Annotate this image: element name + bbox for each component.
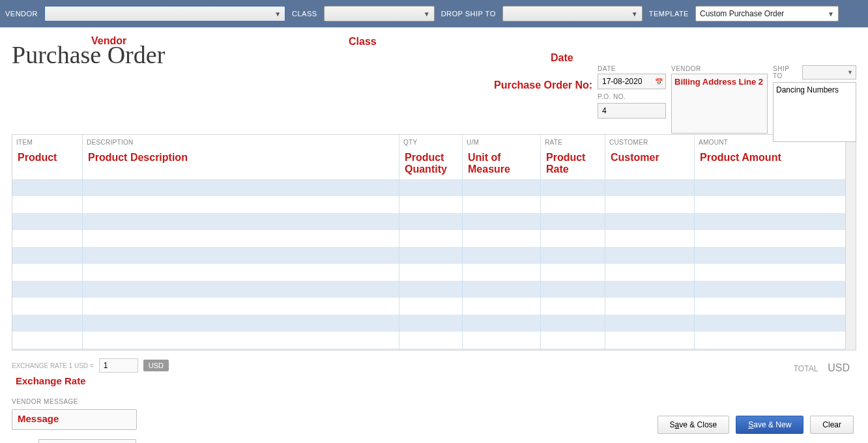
annotation-amount: Product Amount	[695, 149, 845, 179]
annotation-qty: Product Quantity	[399, 149, 463, 179]
vendor-dropdown[interactable]: ▼	[44, 6, 285, 21]
table-body[interactable]	[12, 179, 845, 350]
line-items-table: ITEM DESCRIPTION QTY U/M RATE CUSTOMER A…	[12, 134, 856, 350]
table-row[interactable]	[12, 179, 845, 196]
table-header-row: ITEM DESCRIPTION QTY U/M RATE CUSTOMER A…	[12, 135, 856, 149]
class-dropdown[interactable]: ▼	[324, 6, 435, 21]
date-field[interactable]: 17-08-2020 📅	[598, 74, 666, 89]
annotation-customer: Customer	[605, 149, 695, 179]
table-row[interactable]	[12, 196, 845, 213]
annotation-exchange-rate: Exchange Rate	[16, 375, 856, 386]
top-filter-bar: VENDOR ▼ CLASS ▼ DROP SHIP TO ▼ TEMPLATE…	[0, 0, 868, 27]
annotation-message: Message	[18, 413, 59, 424]
table-row[interactable]	[12, 281, 845, 298]
class-label: CLASS	[292, 10, 317, 18]
annotation-billing: Billing Address Line 2	[674, 77, 763, 87]
scroll-up-button[interactable]	[845, 149, 856, 179]
total-label: TOTAL USD	[794, 362, 850, 374]
po-field-label: P.O. NO.	[598, 93, 666, 100]
table-row[interactable]	[12, 264, 845, 281]
col-rate[interactable]: RATE	[541, 135, 605, 149]
annotation-um: Unit of Measure	[463, 149, 541, 179]
col-um[interactable]: U/M	[463, 135, 541, 149]
shipto-address-box[interactable]: Dancing Numbers	[773, 82, 856, 142]
table-row[interactable]	[12, 247, 845, 264]
annotation-rate: Product Rate	[541, 149, 605, 179]
save-new-button[interactable]: Save & New	[736, 416, 803, 434]
col-qty[interactable]: QTY	[399, 135, 463, 149]
template-label: TEMPLATE	[649, 10, 689, 18]
currency-badge: USD	[143, 360, 169, 371]
table-row[interactable]	[12, 213, 845, 230]
exchange-rate-input[interactable]	[99, 358, 138, 373]
col-description[interactable]: DESCRIPTION	[83, 135, 399, 149]
template-dropdown[interactable]: Custom Purchase Order ▼	[695, 6, 839, 21]
col-item[interactable]: ITEM	[12, 135, 83, 149]
vertical-scrollbar[interactable]	[845, 179, 856, 350]
table-row[interactable]	[12, 298, 845, 315]
calendar-icon[interactable]: 📅	[655, 78, 663, 85]
table-row[interactable]	[12, 230, 845, 247]
table-row[interactable]	[12, 332, 845, 349]
chevron-down-icon: ▼	[847, 69, 856, 76]
vendor-message-input[interactable]: Message	[12, 409, 137, 430]
chevron-down-icon: ▼	[274, 10, 281, 18]
date-field-label: DATE	[598, 65, 666, 72]
table-row[interactable]	[12, 315, 845, 332]
vendor-message-label: VENDOR MESSAGE	[12, 398, 856, 405]
shipto-dropdown[interactable]: ▼	[802, 65, 856, 79]
total-currency: USD	[828, 362, 850, 373]
exchange-rate-label: EXCHANGE RATE 1 USD =	[12, 362, 94, 369]
vendor-label: VENDOR	[5, 10, 38, 18]
shipto-box-label: SHIP TO	[773, 65, 800, 79]
annotation-row: Product Product Description Product Quan…	[12, 149, 845, 179]
dropship-dropdown[interactable]: ▼	[502, 6, 643, 21]
chevron-down-icon: ▼	[424, 10, 430, 18]
col-customer[interactable]: CUSTOMER	[605, 135, 695, 149]
vendor-box-label: VENDOR	[671, 65, 768, 72]
save-close-button[interactable]: Save & Close	[658, 416, 730, 434]
vendor-address-box[interactable]: Billing Address Line 2	[671, 74, 768, 134]
memo-input[interactable]: Memo	[38, 439, 136, 443]
po-number-field[interactable]: 4	[598, 103, 666, 119]
dropship-label: DROP SHIP TO	[441, 10, 496, 18]
chevron-down-icon: ▼	[631, 10, 638, 18]
clear-button[interactable]: Clear	[810, 416, 854, 434]
annotation-desc: Product Description	[83, 149, 399, 179]
annotation-item: Product	[12, 149, 83, 179]
table-row[interactable]	[12, 349, 845, 350]
col-amount[interactable]: AMOUNT	[695, 135, 845, 149]
chevron-down-icon: ▼	[828, 10, 834, 18]
